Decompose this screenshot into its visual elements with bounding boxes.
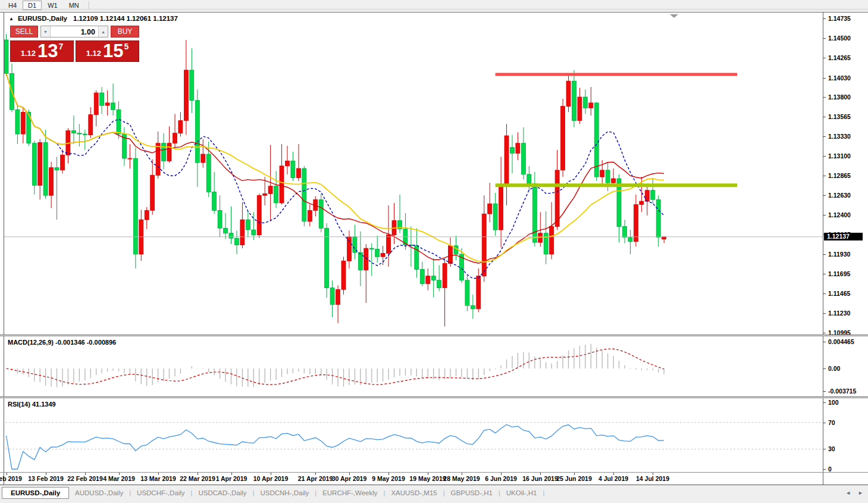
macd-axis-tick (823, 342, 826, 342)
tab-divider: | (543, 489, 545, 496)
price-axis-tick (823, 274, 826, 274)
price-axis-tick (823, 333, 826, 333)
rsi-panel[interactable]: RSI(14) 41.1349 (4, 398, 823, 472)
price-axis-tick (823, 58, 826, 58)
timeframe-button-w1[interactable]: W1 (42, 1, 63, 10)
rsi-axis-label: 100 (828, 399, 839, 406)
price-axis-label: 1.11930 (828, 251, 850, 258)
timeframe-button-d1[interactable]: D1 (23, 1, 42, 10)
ma-30-line (7, 74, 665, 263)
sell-button[interactable]: SELL (10, 26, 38, 38)
price-axis-tick (823, 176, 826, 176)
tab-scroll-right-icon[interactable]: ► (858, 490, 863, 496)
volume-increase-icon[interactable]: ▲ (98, 26, 108, 37)
chart-tab-gbpusd[interactable]: GBPUSD-,H1 (445, 489, 499, 496)
one-click-trading-panel: SELL ▼ 1.00 ▲ BUY 1.12 13 7 1.12 15 5 (10, 26, 139, 62)
macd-label: MACD(12,26,9) -0.001346 -0.000896 (8, 339, 116, 346)
chart-tab-ukoil[interactable]: UKOil-,H1 (500, 489, 543, 496)
date-axis-label: 10 Apr 2019 (246, 475, 296, 482)
expand-arrow-icon[interactable]: ▲ (9, 16, 14, 21)
chart-tab-usdcnh[interactable]: USDCNH-,Daily (254, 489, 315, 496)
macd-histogram (7, 343, 665, 387)
macd-signal-line (7, 349, 665, 385)
price-axis-tick (823, 97, 826, 98)
chart-tab-eurusd[interactable]: EURUSD-,Daily (2, 487, 69, 499)
price-axis[interactable]: 1.147351.145001.142651.140301.138001.135… (823, 13, 868, 335)
price-axis-tick (823, 215, 826, 215)
macd-axis[interactable]: 0.0044650.00-0.003715 (823, 336, 868, 396)
price-axis-tick (823, 18, 826, 19)
tab-scroll-left-icon[interactable]: ◄ (845, 490, 851, 496)
trading-terminal-window: H4D1W1MN ▲ EURUSD-,Daily 1.12109 1.12144… (0, 0, 868, 503)
chart-tab-eurchf[interactable]: EURCHF-,Weekly (317, 489, 383, 496)
price-axis-label: 1.13330 (828, 133, 851, 140)
price-axis-tick (823, 254, 826, 255)
price-axis-label: 1.12865 (828, 172, 851, 179)
price-axis-tick (823, 38, 826, 39)
rsi-chart[interactable] (4, 398, 823, 472)
buy-price-box[interactable]: 1.12 15 5 (76, 40, 139, 62)
axis-corner (823, 473, 868, 485)
chart-tab-audusd[interactable]: AUDUSD-,Daily (69, 489, 129, 496)
price-axis-tick (823, 117, 826, 117)
price-axis-label: 1.11230 (828, 310, 850, 317)
chart-title-ohlc: 1.12109 1.12144 1.12061 1.12137 (73, 15, 178, 22)
buy-price-prefix: 1.12 (86, 49, 101, 60)
price-axis-label: 1.13800 (828, 93, 851, 101)
macd-axis-tick (823, 368, 826, 369)
price-axis-label: 1.14735 (828, 15, 851, 22)
panel-separator (0, 472, 868, 473)
rsi-axis-tick (823, 449, 826, 449)
rsi-axis-tick (823, 402, 826, 403)
rsi-axis-tick (823, 423, 826, 423)
rsi-label: RSI(14) 41.1349 (8, 401, 56, 408)
chart-title-symbol: EURUSD-,Daily (18, 15, 67, 22)
buy-button[interactable]: BUY (111, 26, 139, 38)
candles (4, 34, 666, 326)
price-axis-tick (823, 313, 826, 314)
ma-20-line (7, 74, 665, 264)
chart-tab-xauusd[interactable]: XAUUSD-,M15 (385, 489, 443, 496)
price-axis-tick (823, 136, 826, 137)
price-axis-tick (823, 78, 826, 79)
volume-input[interactable]: 1.00 (51, 26, 98, 37)
macd-axis-label: 0.00 (828, 365, 840, 372)
price-axis-label: 1.14500 (828, 35, 851, 42)
chart-tab-usdchf[interactable]: USDCHF-,Daily (131, 489, 191, 496)
date-axis[interactable]: 4 Feb 201913 Feb 201922 Feb 20194 Mar 20… (4, 473, 823, 485)
price-axis-label: 1.14030 (828, 74, 851, 82)
rsi-axis-tick (823, 469, 826, 470)
rsi-axis-label: 30 (828, 445, 835, 452)
price-axis-label: 1.13565 (828, 113, 851, 120)
price-axis-label: 1.13100 (828, 152, 851, 160)
date-axis-label: 14 Jul 2019 (628, 475, 678, 482)
sell-price-box[interactable]: 1.12 13 7 (10, 40, 74, 62)
price-axis-label: 1.14265 (828, 54, 851, 61)
ma-10-line (7, 74, 665, 279)
main-chart-panel[interactable]: ▲ EURUSD-,Daily 1.12109 1.12144 1.12061 … (4, 13, 823, 335)
macd-panel[interactable]: MACD(12,26,9) -0.001346 -0.000896 (4, 336, 823, 396)
sell-price-prefix: 1.12 (21, 49, 36, 60)
price-axis-label: 1.12400 (828, 211, 851, 218)
rsi-line (7, 424, 665, 469)
chart-shift-icon (670, 14, 678, 18)
rsi-axis[interactable]: 10070300 (823, 398, 868, 472)
macd-axis-label: -0.003715 (828, 388, 856, 395)
timeframe-toolbar: H4D1W1MN (0, 0, 868, 11)
rsi-axis-label: 70 (828, 419, 835, 426)
price-axis-label: 1.11695 (828, 270, 850, 277)
panel-separator[interactable] (0, 335, 868, 336)
timeframe-button-mn[interactable]: MN (64, 1, 84, 10)
volume-decrease-icon[interactable]: ▼ (41, 26, 51, 37)
chart-tab-usdcad[interactable]: USDCAD-,Daily (192, 489, 252, 496)
macd-chart[interactable] (4, 336, 823, 396)
panel-separator[interactable] (0, 396, 868, 398)
sell-price-pip: 7 (59, 42, 64, 51)
chart-tabs: EURUSD-,DailyAUDUSD-,Daily|USDCHF-,Daily… (2, 486, 544, 499)
timeframe-button-h4[interactable]: H4 (3, 1, 22, 10)
macd-axis-label: 0.004465 (828, 338, 854, 345)
last-price-tag: 1.12137 (824, 233, 863, 240)
sell-price-big: 13 (37, 43, 58, 60)
chart-tab-bar: EURUSD-,DailyAUDUSD-,Daily|USDCHF-,Daily… (0, 485, 868, 503)
price-axis-label: 1.12630 (828, 192, 851, 199)
